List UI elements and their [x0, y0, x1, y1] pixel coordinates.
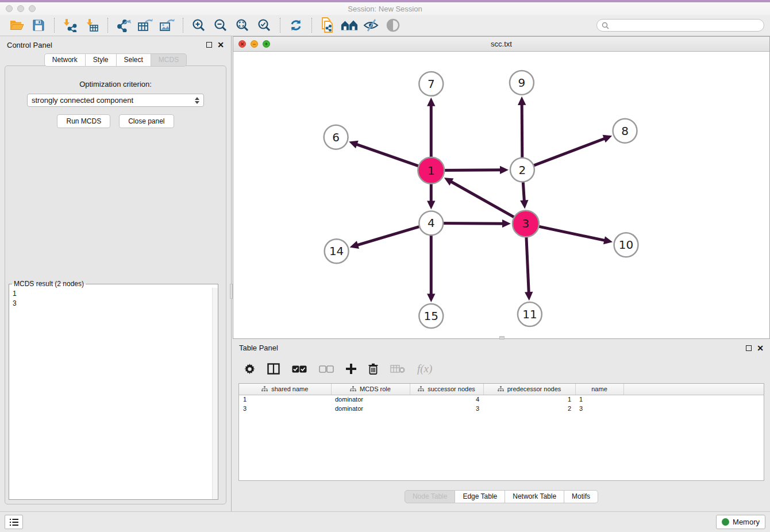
column-header-predecessor-nodes[interactable]: predecessor nodes — [483, 384, 575, 395]
export-network-icon — [116, 18, 131, 32]
tab-select[interactable]: Select — [117, 53, 151, 67]
zoom-selected-button[interactable] — [256, 17, 273, 33]
status-bar: Memory — [0, 511, 770, 532]
cell-predecessor-nodes[interactable]: 2 — [483, 404, 575, 413]
zoom-selected-icon — [257, 18, 271, 32]
task-history-button[interactable] — [5, 515, 23, 529]
graph-edge-2-8[interactable] — [522, 138, 606, 169]
graph-node-label-6: 6 — [332, 130, 340, 144]
graph-node-label-10: 10 — [619, 238, 633, 252]
window-title: Session: New Session — [0, 5, 770, 13]
zoom-fit-button[interactable] — [234, 17, 251, 33]
columns-icon — [267, 363, 280, 375]
zoom-out-button[interactable] — [212, 17, 229, 33]
column-header-mcds-role[interactable]: MCDS role — [331, 384, 410, 395]
export-table-icon — [137, 18, 153, 32]
search-field[interactable] — [596, 19, 764, 32]
search-input[interactable] — [612, 21, 759, 29]
optimization-criterion-select[interactable]: strongly connected component — [27, 94, 204, 107]
tab-motifs[interactable]: Motifs — [564, 490, 598, 503]
node-table[interactable]: shared nameMCDS rolesuccessor nodesprede… — [238, 383, 764, 481]
function-builder-button[interactable]: f(x) — [417, 363, 432, 375]
close-panel-button[interactable]: Close panel — [119, 114, 174, 128]
table-row[interactable]: 3dominator323 — [239, 404, 764, 413]
save-session-button[interactable] — [30, 17, 47, 33]
mcds-result-line: 1 — [10, 289, 217, 299]
export-table-button[interactable] — [137, 17, 154, 33]
houses-icon — [341, 19, 358, 32]
plus-icon — [346, 364, 356, 374]
graph-node-label-11: 11 — [522, 307, 537, 321]
mcds-result-list[interactable]: 13 — [10, 289, 217, 498]
cell-shared-name[interactable]: 3 — [239, 404, 331, 413]
network-canvas[interactable]: 7968124314101511 — [233, 52, 769, 338]
memory-button[interactable]: Memory — [716, 515, 765, 529]
column-header-name[interactable]: name — [575, 384, 623, 395]
column-type-icon — [350, 386, 356, 392]
toolbar-separator — [107, 18, 108, 33]
eye-disabled-icon — [386, 18, 401, 32]
cell-successor-nodes[interactable]: 3 — [410, 404, 483, 413]
graph-arrowhead-1-7 — [427, 98, 435, 106]
network-view-titlebar: ✕ − + scc.txt — [233, 37, 769, 52]
run-mcds-button[interactable]: Run MCDS — [57, 114, 110, 128]
delete-column-button[interactable] — [368, 363, 378, 375]
duplicate-network-button[interactable] — [319, 17, 336, 33]
tab-network[interactable]: Network — [44, 53, 86, 67]
right-column: ✕ − + scc.txt 7968124314101511 Table Pan… — [233, 36, 770, 511]
graph-node-label-8: 8 — [621, 124, 629, 138]
network-view-title: scc.txt — [233, 40, 769, 48]
cell-mcds-role[interactable]: dominator — [331, 404, 410, 413]
close-panel-icon[interactable]: ✕ — [217, 42, 224, 48]
result-scrollbar[interactable] — [212, 288, 218, 499]
tab-edge-table[interactable]: Edge Table — [455, 490, 505, 503]
memory-label: Memory — [733, 518, 760, 526]
float-table-panel-icon[interactable] — [746, 345, 752, 351]
deselect-all-button[interactable] — [319, 365, 334, 373]
table-row[interactable]: 1dominator411 — [239, 395, 764, 404]
export-image-button[interactable] — [159, 17, 176, 33]
network-graph[interactable]: 7968124314101511 — [233, 52, 769, 338]
horizontal-splitter-handle[interactable] — [499, 336, 505, 340]
table-settings-button[interactable] — [244, 364, 255, 375]
column-type-icon — [498, 386, 504, 392]
cell-mcds-role[interactable]: dominator — [331, 395, 410, 404]
hide-panel-eye-button[interactable] — [384, 17, 402, 33]
zoom-in-button[interactable] — [190, 17, 207, 33]
add-column-button[interactable] — [346, 364, 356, 374]
column-label: successor nodes — [428, 385, 475, 392]
close-table-panel-icon[interactable]: ✕ — [757, 345, 764, 351]
import-network-button[interactable] — [61, 17, 79, 33]
tab-node-table[interactable]: Node Table — [405, 490, 456, 503]
select-all-button[interactable] — [292, 365, 307, 373]
toggle-graphics-details-button[interactable] — [363, 17, 380, 33]
control-panel-tabs: NetworkStyleSelectMCDS — [0, 53, 231, 67]
tab-network-table[interactable]: Network Table — [505, 490, 564, 503]
graph-node-label-4: 4 — [428, 216, 435, 230]
tab-style[interactable]: Style — [86, 53, 117, 67]
control-panel: Control Panel ✕ NetworkStyleSelectMCDS O… — [0, 36, 232, 511]
optimization-criterion-label: Optimization criterion: — [5, 80, 226, 88]
column-header-successor-nodes[interactable]: successor nodes — [410, 384, 483, 395]
zoom-in-icon — [192, 18, 206, 32]
show-columns-button[interactable] — [267, 363, 280, 375]
cell-name[interactable]: 3 — [575, 404, 623, 413]
delete-table-button[interactable] — [390, 364, 405, 373]
cell-name[interactable]: 1 — [575, 395, 623, 404]
apply-layout-button[interactable] — [287, 17, 305, 33]
tab-mcds[interactable]: MCDS — [151, 53, 187, 67]
export-network-button[interactable] — [115, 17, 132, 33]
cell-predecessor-nodes[interactable]: 1 — [483, 395, 575, 404]
cell-shared-name[interactable]: 1 — [239, 395, 331, 404]
cyndex-browse-button[interactable] — [341, 17, 358, 33]
import-table-button[interactable] — [83, 17, 101, 33]
network-view-window: ✕ − + scc.txt 7968124314101511 — [233, 36, 770, 339]
graph-arrowhead-2-9 — [518, 97, 526, 105]
float-panel-icon[interactable] — [206, 42, 212, 48]
open-session-button[interactable] — [8, 17, 25, 33]
import-network-icon — [63, 18, 77, 32]
cell-successor-nodes[interactable]: 4 — [410, 395, 483, 404]
trash-icon — [368, 363, 378, 375]
column-header-shared-name[interactable]: shared name — [239, 384, 331, 395]
vertical-splitter-handle[interactable] — [230, 284, 233, 299]
